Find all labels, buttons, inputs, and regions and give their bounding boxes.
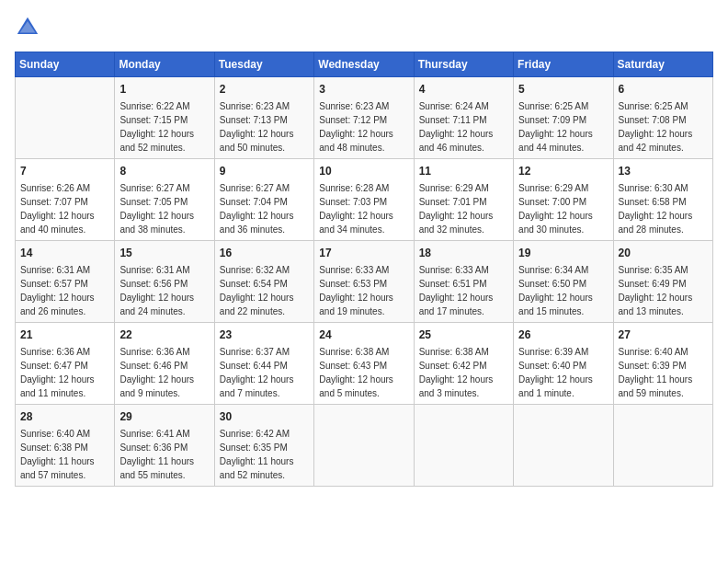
day-info: Sunrise: 6:40 AM Sunset: 6:38 PM Dayligh… [20, 427, 109, 482]
day-number: 28 [20, 408, 109, 425]
calendar-cell: 29Sunrise: 6:41 AM Sunset: 6:36 PM Dayli… [115, 405, 214, 487]
day-number: 24 [319, 327, 408, 343]
calendar-cell: 7Sunrise: 6:26 AM Sunset: 7:07 PM Daylig… [16, 159, 115, 241]
day-info: Sunrise: 6:23 AM Sunset: 7:12 PM Dayligh… [319, 99, 408, 155]
calendar-cell: 16Sunrise: 6:32 AM Sunset: 6:54 PM Dayli… [214, 241, 313, 323]
day-info: Sunrise: 6:34 AM Sunset: 6:50 PM Dayligh… [518, 263, 608, 318]
calendar-cell: 26Sunrise: 6:39 AM Sunset: 6:40 PM Dayli… [514, 323, 613, 405]
calendar-cell [414, 405, 513, 487]
day-number: 17 [319, 245, 408, 261]
day-info: Sunrise: 6:38 AM Sunset: 6:42 PM Dayligh… [419, 345, 508, 400]
day-info: Sunrise: 6:31 AM Sunset: 6:56 PM Dayligh… [119, 263, 209, 318]
day-info: Sunrise: 6:25 AM Sunset: 7:08 PM Dayligh… [619, 99, 708, 155]
calendar-cell: 8Sunrise: 6:27 AM Sunset: 7:05 PM Daylig… [115, 159, 214, 241]
day-number: 12 [518, 163, 608, 179]
day-info: Sunrise: 6:29 AM Sunset: 7:01 PM Dayligh… [419, 181, 508, 236]
day-info: Sunrise: 6:22 AM Sunset: 7:15 PM Dayligh… [119, 99, 209, 155]
calendar-cell: 18Sunrise: 6:33 AM Sunset: 6:51 PM Dayli… [414, 241, 513, 323]
day-info: Sunrise: 6:40 AM Sunset: 6:39 PM Dayligh… [619, 345, 708, 400]
calendar-week-row: 21Sunrise: 6:36 AM Sunset: 6:47 PM Dayli… [16, 323, 713, 405]
logo [15, 15, 44, 40]
day-info: Sunrise: 6:32 AM Sunset: 6:54 PM Dayligh… [220, 263, 309, 318]
calendar-week-row: 1Sunrise: 6:22 AM Sunset: 7:15 PM Daylig… [16, 77, 713, 159]
calendar-cell: 22Sunrise: 6:36 AM Sunset: 6:46 PM Dayli… [115, 323, 214, 405]
day-number: 21 [20, 327, 109, 343]
day-info: Sunrise: 6:38 AM Sunset: 6:43 PM Dayligh… [319, 345, 408, 400]
calendar-table: SundayMondayTuesdayWednesdayThursdayFrid… [15, 52, 713, 487]
calendar-cell [613, 405, 712, 487]
calendar-cell [16, 77, 115, 159]
calendar-cell [314, 405, 414, 487]
day-info: Sunrise: 6:30 AM Sunset: 6:58 PM Dayligh… [619, 181, 708, 236]
weekday-header: Saturday [613, 52, 712, 77]
day-number: 30 [220, 408, 309, 425]
day-number: 2 [220, 81, 309, 98]
day-info: Sunrise: 6:35 AM Sunset: 6:49 PM Dayligh… [619, 263, 708, 318]
day-number: 7 [20, 163, 109, 179]
day-info: Sunrise: 6:25 AM Sunset: 7:09 PM Dayligh… [518, 99, 608, 155]
calendar-cell: 3Sunrise: 6:23 AM Sunset: 7:12 PM Daylig… [314, 77, 414, 159]
calendar-cell: 25Sunrise: 6:38 AM Sunset: 6:42 PM Dayli… [414, 323, 513, 405]
day-number: 15 [119, 245, 209, 261]
day-number: 1 [119, 81, 209, 98]
day-info: Sunrise: 6:36 AM Sunset: 6:47 PM Dayligh… [20, 345, 109, 400]
day-number: 11 [419, 163, 508, 179]
day-number: 9 [220, 163, 309, 179]
day-number: 8 [119, 163, 209, 179]
calendar-week-row: 28Sunrise: 6:40 AM Sunset: 6:38 PM Dayli… [16, 405, 713, 487]
day-info: Sunrise: 6:27 AM Sunset: 7:04 PM Dayligh… [220, 181, 309, 236]
calendar-week-row: 14Sunrise: 6:31 AM Sunset: 6:57 PM Dayli… [16, 241, 713, 323]
calendar-cell: 23Sunrise: 6:37 AM Sunset: 6:44 PM Dayli… [214, 323, 313, 405]
day-number: 20 [619, 245, 708, 261]
day-number: 3 [319, 81, 408, 98]
page-header [15, 15, 713, 40]
logo-icon [15, 15, 40, 40]
day-number: 4 [419, 81, 508, 98]
calendar-cell: 5Sunrise: 6:25 AM Sunset: 7:09 PM Daylig… [514, 77, 613, 159]
calendar-cell: 10Sunrise: 6:28 AM Sunset: 7:03 PM Dayli… [314, 159, 414, 241]
day-info: Sunrise: 6:31 AM Sunset: 6:57 PM Dayligh… [20, 263, 109, 318]
day-number: 25 [419, 327, 508, 343]
calendar-cell: 17Sunrise: 6:33 AM Sunset: 6:53 PM Dayli… [314, 241, 414, 323]
calendar-cell: 20Sunrise: 6:35 AM Sunset: 6:49 PM Dayli… [613, 241, 712, 323]
calendar-cell: 19Sunrise: 6:34 AM Sunset: 6:50 PM Dayli… [514, 241, 613, 323]
calendar-cell: 15Sunrise: 6:31 AM Sunset: 6:56 PM Dayli… [115, 241, 214, 323]
calendar-cell: 1Sunrise: 6:22 AM Sunset: 7:15 PM Daylig… [115, 77, 214, 159]
day-info: Sunrise: 6:42 AM Sunset: 6:35 PM Dayligh… [220, 427, 309, 482]
day-number: 18 [419, 245, 508, 261]
day-number: 10 [319, 163, 408, 179]
day-number: 22 [119, 327, 209, 343]
day-info: Sunrise: 6:37 AM Sunset: 6:44 PM Dayligh… [220, 345, 309, 400]
calendar-cell: 6Sunrise: 6:25 AM Sunset: 7:08 PM Daylig… [613, 77, 712, 159]
day-info: Sunrise: 6:33 AM Sunset: 6:51 PM Dayligh… [419, 263, 508, 318]
weekday-header: Tuesday [214, 52, 313, 77]
calendar-cell: 11Sunrise: 6:29 AM Sunset: 7:01 PM Dayli… [414, 159, 513, 241]
day-number: 19 [518, 245, 608, 261]
calendar-cell: 28Sunrise: 6:40 AM Sunset: 6:38 PM Dayli… [16, 405, 115, 487]
calendar-cell: 12Sunrise: 6:29 AM Sunset: 7:00 PM Dayli… [514, 159, 613, 241]
calendar-cell [514, 405, 613, 487]
calendar-week-row: 7Sunrise: 6:26 AM Sunset: 7:07 PM Daylig… [16, 159, 713, 241]
day-info: Sunrise: 6:33 AM Sunset: 6:53 PM Dayligh… [319, 263, 408, 318]
day-info: Sunrise: 6:26 AM Sunset: 7:07 PM Dayligh… [20, 181, 109, 236]
weekday-header: Wednesday [314, 52, 414, 77]
calendar-cell: 13Sunrise: 6:30 AM Sunset: 6:58 PM Dayli… [613, 159, 712, 241]
day-number: 26 [518, 327, 608, 343]
weekday-header: Sunday [16, 52, 115, 77]
day-info: Sunrise: 6:39 AM Sunset: 6:40 PM Dayligh… [518, 345, 608, 400]
day-info: Sunrise: 6:28 AM Sunset: 7:03 PM Dayligh… [319, 181, 408, 236]
day-number: 6 [619, 81, 708, 98]
day-number: 29 [119, 408, 209, 425]
weekday-header: Friday [514, 52, 613, 77]
weekday-header: Thursday [414, 52, 513, 77]
calendar-cell: 4Sunrise: 6:24 AM Sunset: 7:11 PM Daylig… [414, 77, 513, 159]
calendar-cell: 21Sunrise: 6:36 AM Sunset: 6:47 PM Dayli… [16, 323, 115, 405]
day-number: 13 [619, 163, 708, 179]
day-info: Sunrise: 6:27 AM Sunset: 7:05 PM Dayligh… [119, 181, 209, 236]
calendar-cell: 14Sunrise: 6:31 AM Sunset: 6:57 PM Dayli… [16, 241, 115, 323]
day-info: Sunrise: 6:29 AM Sunset: 7:00 PM Dayligh… [518, 181, 608, 236]
day-info: Sunrise: 6:36 AM Sunset: 6:46 PM Dayligh… [119, 345, 209, 400]
day-info: Sunrise: 6:24 AM Sunset: 7:11 PM Dayligh… [419, 99, 508, 155]
day-info: Sunrise: 6:23 AM Sunset: 7:13 PM Dayligh… [220, 99, 309, 155]
weekday-header: Monday [115, 52, 214, 77]
